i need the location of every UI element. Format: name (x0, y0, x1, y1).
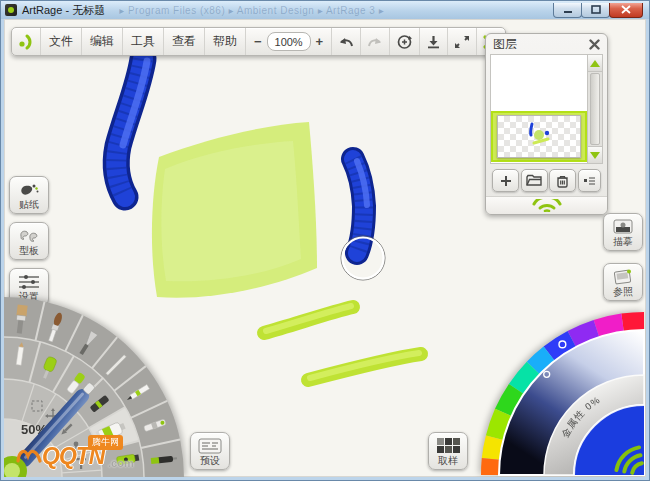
app-icon (5, 4, 17, 16)
reference-label: 参照 (613, 286, 633, 298)
tracing-icon (611, 218, 635, 236)
layers-close-icon[interactable] (589, 39, 600, 50)
fullscreen-button[interactable] (448, 28, 477, 55)
redo-icon (366, 34, 384, 50)
samples-grid-icon (435, 437, 461, 455)
menu-lines-icon (583, 176, 596, 186)
layer-menu-button[interactable] (578, 169, 601, 192)
stencils-label: 型板 (19, 245, 39, 257)
menu-file[interactable]: 文件 (41, 28, 82, 55)
paint-blue-tube-left (116, 59, 147, 197)
titlebar[interactable]: ArtRage - 无标题 ▸ Program Files (x86) ▸ Am… (1, 1, 649, 19)
export-button[interactable] (420, 28, 448, 55)
minimize-icon (563, 6, 573, 14)
reference-button[interactable]: 参照 (603, 263, 643, 301)
layers-collapse-handle[interactable] (486, 196, 607, 214)
window-title: ArtRage - 无标题 (22, 3, 105, 18)
redo-button[interactable] (361, 28, 390, 55)
layers-panel-title: 图层 (493, 36, 517, 53)
color-picker[interactable]: 金属性 0% (471, 307, 646, 477)
undo-icon (337, 34, 355, 50)
stencils-icon (17, 227, 41, 245)
site-watermark: QQTN 腾牛网 .com (16, 435, 146, 471)
stencils-button[interactable]: 型板 (9, 222, 49, 260)
stickers-label: 贴纸 (19, 199, 39, 211)
menubar: 文件 编辑 工具 查看 帮助 − 100% + (11, 27, 506, 56)
menu-tools[interactable]: 工具 (123, 28, 164, 55)
layer-row-background[interactable] (491, 55, 587, 112)
reference-icon (611, 268, 635, 286)
artrage-window: ArtRage - 无标题 ▸ Program Files (x86) ▸ Am… (0, 0, 650, 481)
canvas[interactable]: 文件 编辑 工具 查看 帮助 − 100% + (4, 19, 646, 477)
ghost-path-text: ▸ Program Files (x86) ▸ Ambient Design ▸… (119, 5, 554, 16)
menu-edit[interactable]: 编辑 (82, 28, 123, 55)
samples-label: 取样 (438, 455, 458, 467)
fullscreen-icon (453, 34, 471, 50)
paint-green-markers (264, 306, 421, 380)
plus-icon (500, 175, 512, 187)
maximize-icon (591, 5, 601, 14)
layers-panel: 图层 (485, 33, 608, 215)
layer-row-selected[interactable] (491, 111, 587, 162)
rotate-view-icon (395, 33, 414, 51)
zoom-level-field[interactable]: 100% (267, 32, 311, 51)
close-button[interactable] (609, 3, 643, 18)
scroll-up-icon[interactable] (588, 55, 602, 72)
settings-icon (17, 273, 41, 291)
maximize-button[interactable] (581, 3, 610, 18)
layers-list (490, 54, 603, 164)
folder-icon (526, 174, 542, 187)
artrage-logo-icon[interactable] (12, 28, 41, 55)
tracing-label: 描摹 (613, 236, 633, 248)
trash-icon (556, 174, 569, 188)
undo-button[interactable] (332, 28, 361, 55)
zoom-out-button[interactable]: − (251, 34, 265, 49)
rotate-view-button[interactable] (390, 28, 420, 55)
zoom-in-button[interactable]: + (313, 34, 327, 49)
watermark-badge: 腾牛网 (88, 435, 123, 450)
samples-button[interactable]: 取样 (428, 432, 468, 470)
scrollbar-track[interactable] (590, 73, 600, 145)
minimize-button[interactable] (553, 3, 582, 18)
watermark-tld: .com (108, 457, 134, 469)
collapse-arcs-icon (530, 199, 564, 212)
export-icon (425, 34, 442, 50)
layers-scrollbar[interactable] (587, 55, 602, 163)
delete-layer-button[interactable] (549, 169, 576, 192)
add-layer-button[interactable] (492, 169, 519, 192)
scroll-down-icon[interactable] (588, 146, 602, 163)
watermark-logo-icon (16, 445, 42, 465)
tracing-button[interactable]: 描摹 (603, 213, 643, 251)
menu-view[interactable]: 查看 (164, 28, 205, 55)
close-icon (621, 5, 631, 14)
menu-help[interactable]: 帮助 (205, 28, 246, 55)
layer-thumbnail (497, 115, 581, 158)
layer-folder-button[interactable] (521, 169, 548, 192)
stickers-icon (17, 181, 41, 199)
stickers-button[interactable]: 贴纸 (9, 176, 49, 214)
